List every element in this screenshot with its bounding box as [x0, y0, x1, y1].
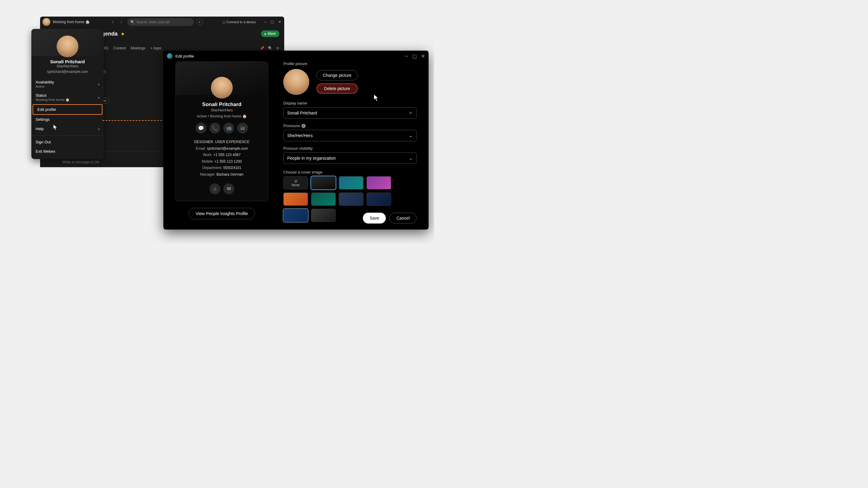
chat-icon[interactable]: 💬 [195, 123, 207, 133]
delete-picture-button[interactable]: Delete picture [316, 84, 358, 94]
home-icon[interactable]: ⌂ [210, 184, 220, 194]
meet-button[interactable]: ▸Meet [261, 30, 279, 37]
display-name-input[interactable]: Sonali Pritchard ✕ [283, 107, 416, 119]
chevron-right-icon: › [98, 127, 99, 131]
profile-card-cover [176, 62, 268, 95]
profile-preview-column: Sonali Pritchard She/Her/Hers Active • W… [176, 61, 268, 224]
profile-name: Sonali Pritchard [31, 59, 104, 64]
visibility-select[interactable]: People in my organization ⌄ [283, 153, 416, 164]
info-icon[interactable]: i [301, 124, 306, 128]
edit-profile-dialog: Edit profile ─ ▢ ✕ Sonali Pritchard She/… [163, 51, 429, 230]
video-icon[interactable]: 📹 [223, 123, 234, 133]
menu-help[interactable]: Help › [31, 124, 104, 133]
profile-card-avatar [211, 77, 233, 98]
cover-option[interactable] [283, 193, 308, 206]
clear-icon[interactable]: ✕ [409, 110, 412, 116]
card-details: DESIGNER. USER EXPERIENCE Email: spritch… [176, 139, 268, 178]
minimize-icon[interactable]: ─ [263, 20, 267, 24]
save-button[interactable]: Save [363, 213, 386, 224]
cancel-button[interactable]: Cancel [390, 213, 416, 224]
call-icon[interactable]: 📞 [210, 123, 220, 133]
webex-logo-icon [167, 53, 173, 59]
profile-card: Sonali Pritchard She/Her/Hers Active • W… [176, 61, 268, 201]
search-icon[interactable]: 🔍 [268, 46, 273, 50]
search-placeholder: Search, meet, and call [136, 20, 169, 24]
none-icon: ⊘ [294, 179, 297, 183]
insights-button[interactable]: View People Insights Profile [189, 208, 255, 219]
connect-device-button[interactable]: ▢ Connect to a device [222, 20, 256, 24]
chevron-right-icon: › [98, 82, 99, 87]
profile-email: spritchard@example.com [31, 70, 104, 74]
gear-icon[interactable]: ⚙ [276, 46, 279, 50]
nav-back-icon[interactable]: ‹ [110, 19, 117, 26]
tab-apps[interactable]: + Apps [150, 45, 161, 52]
close-icon[interactable]: ✕ [278, 20, 282, 24]
menu-availability[interactable]: AvailabilityActive › [31, 77, 104, 91]
device-icon: ▢ [222, 20, 225, 24]
chevron-down-icon: ⌄ [409, 133, 412, 138]
chevron-right-icon: › [98, 95, 99, 100]
maximize-icon[interactable]: ▢ [270, 20, 275, 24]
menu-edit-profile[interactable]: Edit profile [33, 104, 102, 115]
nav-forward-icon[interactable]: › [118, 19, 125, 26]
menu-exit[interactable]: Exit Webex [31, 147, 104, 156]
profile-menu: Sonali Pritchard She/Her/Hers spritchard… [31, 29, 104, 159]
cover-option[interactable] [311, 209, 336, 222]
edit-form-column: Profile picture Change picture Delete pi… [283, 61, 416, 224]
pronouns-label: Pronouns [283, 124, 300, 128]
cover-option[interactable] [367, 176, 391, 190]
maximize-icon[interactable]: ▢ [412, 53, 417, 59]
mail-icon[interactable]: ✉ [223, 184, 234, 194]
dialog-header: Edit profile ─ ▢ ✕ [163, 51, 429, 61]
cover-option[interactable] [283, 209, 308, 222]
cover-option[interactable] [339, 176, 364, 190]
visibility-label: Pronoun visibility [283, 146, 416, 151]
card-name: Sonali Pritchard [176, 101, 268, 107]
header-status[interactable]: Working from home 🏠 [53, 20, 90, 24]
search-input[interactable]: 🔍 Search, meet, and call [127, 18, 194, 26]
cover-option[interactable] [339, 193, 364, 206]
menu-sign-out[interactable]: Sign Out [31, 137, 104, 147]
minimize-icon[interactable]: ─ [405, 53, 408, 59]
search-icon: 🔍 [130, 20, 135, 24]
header-avatar[interactable] [42, 18, 50, 26]
menu-status[interactable]: StatusWorking from home 🏠 › [31, 91, 104, 104]
profile-picture-label: Profile picture [283, 61, 416, 66]
card-pronouns: She/Her/Hers [176, 108, 268, 112]
video-icon: ▸ [265, 32, 267, 36]
cover-none[interactable]: ⊘None [283, 176, 308, 190]
chevron-down-icon: ⌄ [409, 156, 412, 161]
card-role: DESIGNER. USER EXPERIENCE [176, 139, 268, 145]
pronouns-select[interactable]: She/Her/Hers ⌄ [283, 130, 416, 141]
change-picture-button[interactable]: Change picture [316, 70, 358, 80]
cover-option[interactable] [311, 193, 336, 206]
tab-content[interactable]: Content [113, 45, 126, 52]
pin-icon[interactable]: 📌 [260, 46, 264, 50]
cover-option[interactable] [367, 193, 391, 206]
cover-option[interactable] [311, 176, 336, 190]
display-name-label: Display name [283, 101, 416, 105]
card-status: Active • Working from home 🏠 [176, 114, 268, 119]
menu-settings[interactable]: Settings [31, 115, 104, 124]
card-icon[interactable]: 🗂 [237, 123, 248, 133]
dialog-title: Edit profile [176, 54, 194, 59]
tab-meetings[interactable]: Meetings [131, 45, 146, 52]
favorite-star-icon[interactable]: ★ [121, 31, 125, 37]
close-icon[interactable]: ✕ [421, 53, 425, 59]
app-header: Working from home 🏠 ‹ › 🔍 Search, meet, … [40, 17, 284, 27]
add-button[interactable]: + [196, 19, 203, 25]
picture-preview [283, 69, 309, 95]
profile-menu-avatar [57, 36, 79, 57]
profile-menu-cover [31, 29, 104, 56]
cover-label: Choose a cover image [283, 170, 416, 174]
profile-pronouns: She/Her/Hers [31, 64, 104, 68]
